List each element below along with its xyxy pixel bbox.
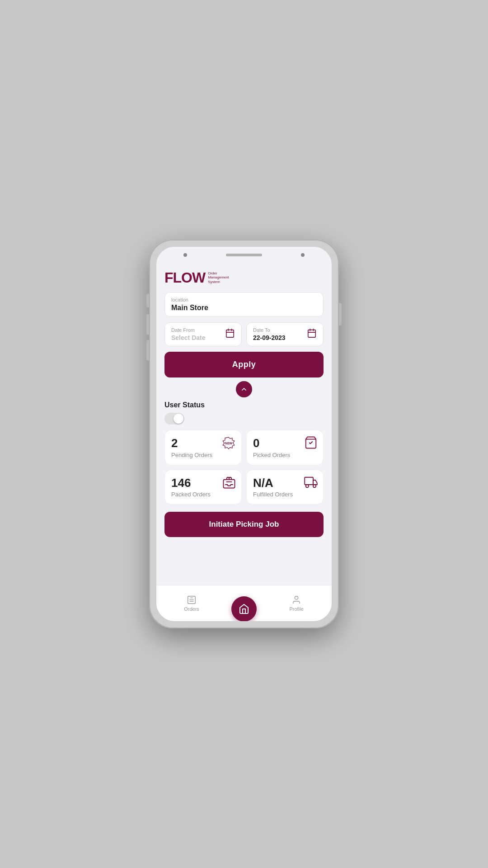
svg-rect-11 xyxy=(305,477,313,484)
user-status-title: User Status xyxy=(164,401,324,409)
picked-orders-icon xyxy=(304,436,318,452)
initiate-picking-button[interactable]: Initiate Picking Job xyxy=(164,512,324,537)
location-value: Main Store xyxy=(171,304,317,312)
date-from-value: Select Date xyxy=(171,334,205,341)
apply-button[interactable]: Apply xyxy=(164,352,324,377)
calendar-to-icon xyxy=(307,328,317,340)
new-badge-text: NEW xyxy=(225,442,232,445)
pending-orders-label: Pending Orders xyxy=(171,452,235,458)
date-to-content: Date To 22-09-2023 xyxy=(253,327,286,341)
date-to-value: 22-09-2023 xyxy=(253,334,286,341)
pending-orders-card[interactable]: 2 Pending Orders NEW xyxy=(164,430,242,465)
phone-notch xyxy=(156,247,332,263)
logo-text: FLOW xyxy=(164,270,205,285)
user-status-section: User Status xyxy=(164,401,324,425)
location-label: location xyxy=(171,297,317,302)
nav-orders[interactable]: Orders xyxy=(165,595,218,612)
svg-point-13 xyxy=(313,485,316,487)
chevron-container xyxy=(164,381,324,397)
date-to-label: Date To xyxy=(253,327,286,333)
bottom-nav: Orders Profile xyxy=(156,585,332,621)
logo-subtitle: Order Management System xyxy=(208,271,229,284)
date-from-field[interactable]: Date From Select Date xyxy=(164,322,242,346)
nav-home-button[interactable] xyxy=(231,596,257,622)
camera-left xyxy=(183,253,187,257)
packed-orders-label: Packed Orders xyxy=(171,491,235,498)
fulfilled-orders-icon xyxy=(304,476,318,492)
date-row: Date From Select Date Date T xyxy=(164,322,324,346)
svg-rect-0 xyxy=(226,330,234,338)
app-content: FLOW Order Management System location Ma… xyxy=(156,263,332,585)
camera-right xyxy=(301,253,305,257)
toggle-container xyxy=(164,413,324,425)
svg-rect-14 xyxy=(188,596,196,604)
nav-orders-label: Orders xyxy=(184,606,199,612)
fulfilled-orders-label: Fulfilled Orders xyxy=(253,491,317,498)
date-from-label: Date From xyxy=(171,327,205,333)
user-status-toggle[interactable] xyxy=(164,413,184,425)
fulfilled-orders-card[interactable]: N/A Fulfilled Orders xyxy=(246,470,324,505)
logo-subtitle-line3: System xyxy=(208,280,229,284)
picked-orders-label: Picked Orders xyxy=(253,452,317,458)
nav-profile[interactable]: Profile xyxy=(270,595,323,612)
picked-orders-card[interactable]: 0 Picked Orders xyxy=(246,430,324,465)
nav-profile-label: Profile xyxy=(289,606,303,612)
packed-orders-card[interactable]: 146 Packed Orders xyxy=(164,470,242,505)
date-from-content: Date From Select Date xyxy=(171,327,205,341)
calendar-from-icon xyxy=(225,328,235,340)
chevron-up-button[interactable] xyxy=(236,381,252,397)
packed-orders-icon xyxy=(222,476,236,492)
date-to-field[interactable]: Date To 22-09-2023 xyxy=(246,322,324,346)
new-badge-icon: NEW xyxy=(221,436,236,450)
speaker xyxy=(226,254,262,256)
toggle-knob xyxy=(174,414,183,424)
stats-grid: 2 Pending Orders NEW 0 Picked Ord xyxy=(164,430,324,505)
logo-subtitle-line2: Management xyxy=(208,275,229,280)
svg-point-18 xyxy=(295,596,298,599)
svg-rect-9 xyxy=(224,479,235,488)
svg-rect-4 xyxy=(308,330,316,338)
logo-area: FLOW Order Management System xyxy=(164,270,324,285)
logo-subtitle-line1: Order xyxy=(208,271,229,276)
location-field[interactable]: location Main Store xyxy=(164,292,324,317)
svg-point-12 xyxy=(306,485,309,487)
